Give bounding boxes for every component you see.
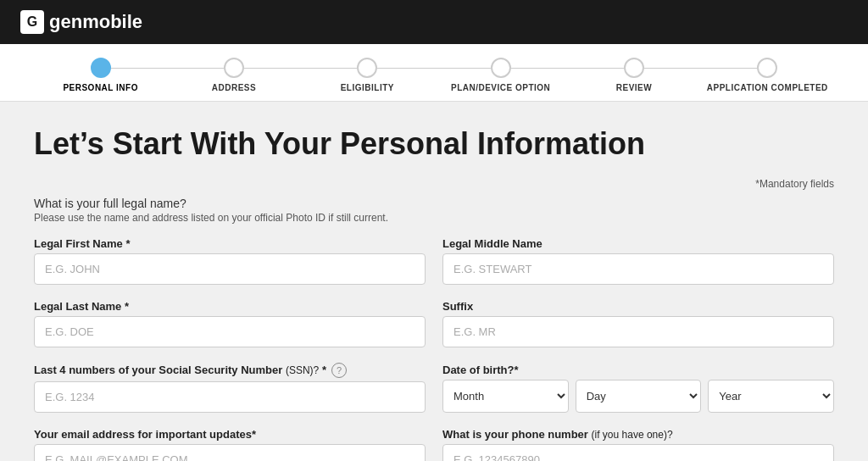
page-title: Let’s Start With Your Personal Informati…	[34, 127, 834, 161]
first-name-input[interactable]	[34, 253, 426, 285]
middle-name-label: Legal Middle Name	[442, 237, 834, 250]
step-circle-5	[624, 58, 644, 78]
step-eligibility[interactable]: ELIGIBILITY	[301, 58, 434, 92]
step-circle-6	[757, 58, 777, 78]
step-label-5: REVIEW	[616, 83, 652, 92]
last-name-group: Legal Last Name *	[34, 300, 426, 347]
step-circle-3	[357, 58, 377, 78]
dob-selects: Month Day Year	[442, 380, 834, 413]
dob-group: Date of birth?* Month Day Year	[442, 364, 834, 413]
phone-group: What is your phone number (if you have o…	[442, 428, 834, 461]
phone-input[interactable]	[442, 444, 834, 461]
step-label-2: ADDRESS	[212, 83, 256, 92]
email-group: Your email address for important updates…	[34, 428, 426, 461]
dob-label: Date of birth?*	[442, 364, 834, 376]
ssn-input[interactable]	[34, 381, 426, 413]
step-circle-1	[91, 58, 111, 78]
phone-label: What is your phone number (if you have o…	[442, 428, 834, 441]
name-row-1: Legal First Name * Legal Middle Name	[34, 237, 834, 285]
step-completed[interactable]: APPLICATION COMPLETED	[701, 58, 834, 92]
dob-month-select[interactable]: Month	[442, 380, 569, 413]
middle-name-group: Legal Middle Name	[442, 237, 834, 285]
progress-bar: PERSONAL INFO ADDRESS ELIGIBILITY PLAN/D…	[0, 44, 868, 102]
step-review[interactable]: REVIEW	[567, 58, 700, 92]
last-name-input[interactable]	[34, 316, 426, 347]
email-input[interactable]	[34, 444, 426, 461]
logo: G genmobile	[20, 10, 142, 34]
step-address[interactable]: ADDRESS	[167, 58, 300, 92]
dob-year-select[interactable]: Year	[708, 380, 834, 413]
step-label-4: PLAN/DEVICE OPTION	[451, 83, 550, 92]
step-label-6: APPLICATION COMPLETED	[707, 83, 828, 92]
header: G genmobile	[0, 0, 868, 44]
step-circle-2	[224, 58, 244, 78]
step-personal-info[interactable]: PERSONAL INFO	[34, 58, 167, 92]
step-label-1: PERSONAL INFO	[63, 83, 138, 92]
ssn-label: Last 4 numbers of your Social Security N…	[34, 364, 326, 376]
ssn-dob-row: Last 4 numbers of your Social Security N…	[34, 363, 834, 413]
logo-text: genmobile	[49, 11, 142, 33]
suffix-input[interactable]	[442, 316, 834, 347]
middle-name-input[interactable]	[442, 253, 834, 285]
logo-g-icon: G	[20, 10, 44, 34]
last-name-label: Legal Last Name *	[34, 300, 426, 313]
mandatory-note: *Mandatory fields	[34, 178, 834, 190]
email-label: Your email address for important updates…	[34, 428, 426, 441]
first-name-group: Legal First Name *	[34, 237, 426, 285]
step-label-3: ELIGIBILITY	[341, 83, 394, 92]
ssn-group: Last 4 numbers of your Social Security N…	[34, 363, 426, 413]
name-section-heading: What is your full legal name?	[34, 197, 834, 210]
ssn-help-icon[interactable]: ?	[331, 363, 347, 378]
dob-day-select[interactable]: Day	[576, 380, 702, 413]
suffix-group: Suffix	[442, 300, 834, 347]
name-row-2: Legal Last Name * Suffix	[34, 300, 834, 347]
email-phone-row: Your email address for important updates…	[34, 428, 834, 461]
step-circle-4	[491, 58, 511, 78]
ssn-label-row: Last 4 numbers of your Social Security N…	[34, 363, 426, 378]
suffix-label: Suffix	[442, 300, 834, 313]
name-section-sub: Please use the name and address listed o…	[34, 212, 834, 224]
step-plan-device[interactable]: PLAN/DEVICE OPTION	[434, 58, 567, 92]
main-content: Let’s Start With Your Personal Informati…	[0, 102, 868, 461]
first-name-label: Legal First Name *	[34, 237, 426, 250]
